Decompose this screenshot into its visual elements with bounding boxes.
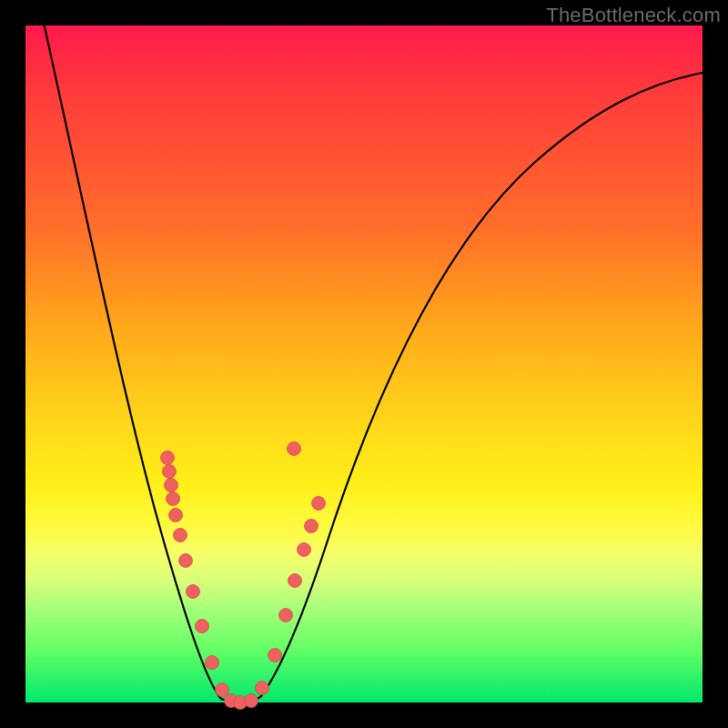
scatter-dot: [312, 497, 326, 511]
scatter-dot: [174, 529, 187, 542]
scatter-dot: [256, 682, 269, 695]
scatter-dot: [268, 649, 282, 662]
scatter-dot: [187, 585, 200, 599]
scatter-dot: [288, 442, 301, 456]
scatter-dot: [179, 554, 193, 568]
scatter-dot: [167, 492, 180, 506]
left-curve: [42, 15, 235, 703]
right-curve: [251, 73, 703, 703]
scatter-dot: [279, 609, 293, 622]
scatter-dot: [165, 479, 178, 492]
watermark-text: TheBottleneck.com: [546, 4, 721, 27]
scatter-dot: [169, 509, 183, 522]
scatter-dot: [305, 520, 318, 533]
scatter-dot: [161, 451, 175, 465]
scatter-dot: [163, 465, 177, 479]
scatter-dot: [206, 656, 219, 670]
curves-svg: [25, 25, 703, 703]
scatter-dot: [216, 683, 229, 697]
scatter-dot: [245, 694, 258, 708]
scatter-dot: [196, 620, 209, 633]
scatter-dot: [298, 543, 311, 557]
scatter-dot: [288, 574, 302, 588]
scatter-dots: [161, 442, 326, 710]
